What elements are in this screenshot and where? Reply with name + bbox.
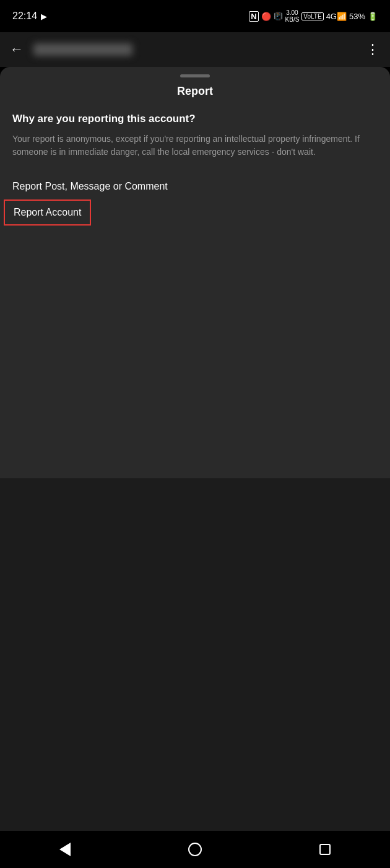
vibrate-icon: 📳 bbox=[274, 12, 283, 20]
nav-home-icon bbox=[188, 843, 202, 856]
top-bar: ← ⋮ bbox=[0, 32, 390, 67]
battery-percentage: 53% bbox=[349, 12, 365, 21]
nav-recents-icon bbox=[319, 844, 331, 855]
empty-space bbox=[0, 478, 390, 831]
navigation-bar bbox=[0, 831, 390, 868]
battery-icon: 🔋 bbox=[368, 12, 378, 21]
volte-icon: VoLTE bbox=[301, 12, 323, 20]
bluetooth-icon: 🔴 bbox=[261, 12, 271, 21]
report-account-item[interactable]: Report Account bbox=[4, 199, 91, 226]
more-options-button[interactable]: ⋮ bbox=[366, 42, 380, 58]
report-sheet: Report Why are you reporting this accoun… bbox=[0, 67, 390, 831]
section-description: Your report is anonymous, except if you'… bbox=[12, 133, 378, 159]
report-post-message-comment-item[interactable]: Report Post, Message or Comment bbox=[12, 173, 378, 199]
profile-name-blurred bbox=[33, 43, 132, 56]
top-bar-title bbox=[33, 43, 366, 56]
status-bar: 22:14 ▶ N 🔴 📳 3.00KB/S VoLTE 4G📶 53% 🔋 bbox=[0, 0, 390, 32]
section-heading: Why are you reporting this account? bbox=[12, 113, 378, 125]
sheet-handle bbox=[180, 74, 210, 77]
clock: 22:14 bbox=[12, 11, 37, 22]
sheet-content: Why are you reporting this account? Your… bbox=[0, 110, 390, 478]
location-icon: ▶ bbox=[41, 12, 47, 21]
signal-icon: 4G📶 bbox=[326, 12, 347, 21]
nav-recents-button[interactable] bbox=[306, 837, 344, 862]
back-button[interactable]: ← bbox=[10, 42, 24, 58]
network-speed: 3.00KB/S bbox=[285, 9, 300, 23]
sheet-title: Report bbox=[0, 82, 390, 110]
nav-back-button[interactable] bbox=[46, 837, 84, 862]
nav-back-icon bbox=[59, 843, 71, 856]
nav-home-button[interactable] bbox=[176, 837, 214, 862]
nfc-icon: N bbox=[249, 11, 258, 22]
status-time: 22:14 ▶ bbox=[12, 11, 47, 22]
status-icons: N 🔴 📳 3.00KB/S VoLTE 4G📶 53% 🔋 bbox=[249, 9, 378, 23]
sheet-handle-row bbox=[0, 67, 390, 82]
